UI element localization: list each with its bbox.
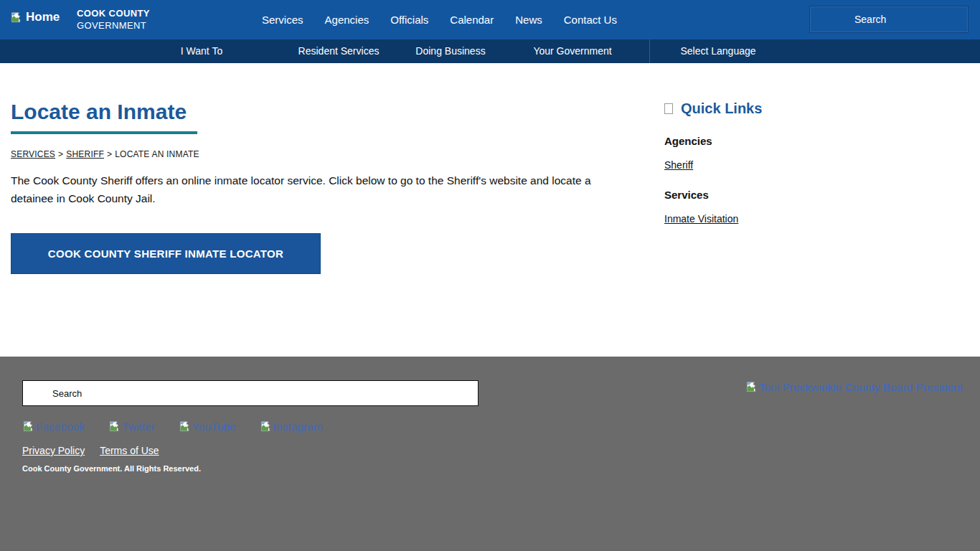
copyright-text: Cook County Government. All Rights Reser…	[22, 464, 201, 473]
twitter-link[interactable]: Twitter	[108, 420, 155, 433]
page: Home COOK COUNTY GOVERNMENT Services Age…	[0, 0, 980, 551]
main-nav: Services Agencies Officials Calendar New…	[262, 0, 617, 39]
footer-legal-links: Privacy Policy Terms of Use	[22, 445, 159, 456]
main-column: Locate an Inmate SERVICES>SHERIFF>LOCATE…	[11, 99, 628, 274]
quick-link-sheriff[interactable]: Sheriff	[664, 159, 693, 171]
brand-line1: COOK COUNTY	[77, 7, 150, 19]
home-alt-text: Home	[26, 10, 60, 24]
youtube-link[interactable]: YouTube	[179, 420, 236, 433]
instagram-link[interactable]: Instagram	[260, 420, 323, 433]
home-link[interactable]: Home	[10, 10, 60, 24]
subnav-resident-services[interactable]: Resident Services	[298, 45, 380, 57]
header: Home COOK COUNTY GOVERNMENT Services Age…	[0, 0, 980, 39]
breadcrumb: SERVICES>SHERIFF>LOCATE AN INMATE	[11, 149, 628, 159]
breadcrumb-separator: >	[58, 149, 63, 159]
quick-links-title: Quick Links	[681, 100, 762, 117]
nav-item-officials[interactable]: Officials	[390, 14, 428, 26]
site-logo[interactable]: COOK COUNTY GOVERNMENT	[77, 7, 150, 32]
nav-item-news[interactable]: News	[515, 14, 542, 26]
instagram-alt-text: Instagram	[273, 420, 323, 433]
broken-image-icon	[10, 11, 24, 24]
nav-item-agencies[interactable]: Agencies	[325, 14, 369, 26]
nav-item-services[interactable]: Services	[262, 14, 303, 26]
broken-image-icon	[179, 420, 192, 433]
content-area: Locate an Inmate SERVICES>SHERIFF>LOCATE…	[0, 63, 980, 357]
broken-image-icon	[260, 420, 273, 433]
subnav-select-language[interactable]: Select Language	[680, 45, 755, 57]
quick-link-inmate-visitation[interactable]: Inmate Visitation	[664, 213, 738, 225]
broken-image-icon	[108, 420, 122, 433]
twitter-alt-text: Twitter	[122, 420, 155, 433]
subnav-your-government[interactable]: Your Government	[533, 45, 611, 57]
quick-links-heading-services: Services	[664, 189, 966, 201]
header-search-box	[809, 6, 969, 33]
subnav-divider	[649, 39, 650, 63]
quick-links-sidebar: Quick Links Agencies Sheriff Services In…	[664, 100, 966, 225]
nav-item-calendar[interactable]: Calendar	[450, 14, 494, 26]
breadcrumb-services[interactable]: SERVICES	[11, 149, 55, 159]
broken-image-icon	[22, 420, 36, 433]
secondary-nav: I Want To Resident Services Doing Busine…	[0, 39, 980, 63]
social-links-row: Facebook Twitter YouTube Instagram	[22, 420, 323, 433]
missing-glyph-icon	[664, 103, 673, 114]
facebook-alt-text: Facebook	[36, 420, 85, 433]
youtube-alt-text: YouTube	[192, 420, 236, 433]
quick-links-header: Quick Links	[664, 100, 966, 117]
subnav-doing-business[interactable]: Doing Business	[415, 45, 485, 57]
facebook-link[interactable]: Facebook	[22, 420, 85, 433]
footer-search-box	[22, 380, 479, 406]
breadcrumb-sheriff[interactable]: SHERIFF	[66, 149, 104, 159]
board-president-alt-text: Toni Preckwinkle County Board President	[759, 381, 963, 394]
board-president-link[interactable]: Toni Preckwinkle County Board President	[745, 380, 963, 394]
intro-paragraph: The Cook County Sheriff offers an online…	[11, 171, 621, 207]
inmate-locator-button[interactable]: COOK COUNTY SHERIFF INMATE LOCATOR	[11, 233, 321, 274]
header-search-input[interactable]	[810, 6, 968, 32]
breadcrumb-current: LOCATE AN INMATE	[115, 149, 199, 159]
breadcrumb-separator: >	[107, 149, 112, 159]
footer-search-input[interactable]	[23, 381, 478, 405]
title-underline-rule	[11, 131, 197, 134]
page-title: Locate an Inmate	[11, 99, 628, 125]
brand-line2: GOVERNMENT	[77, 19, 150, 32]
nav-item-contact-us[interactable]: Contact Us	[564, 14, 617, 26]
footer: Facebook Twitter YouTube Instagram Priva…	[0, 357, 980, 551]
terms-of-use-link[interactable]: Terms of Use	[100, 445, 159, 456]
privacy-policy-link[interactable]: Privacy Policy	[22, 445, 85, 456]
subnav-i-want-to[interactable]: I Want To	[181, 45, 222, 57]
quick-links-heading-agencies: Agencies	[664, 135, 966, 147]
broken-image-icon	[745, 380, 759, 394]
